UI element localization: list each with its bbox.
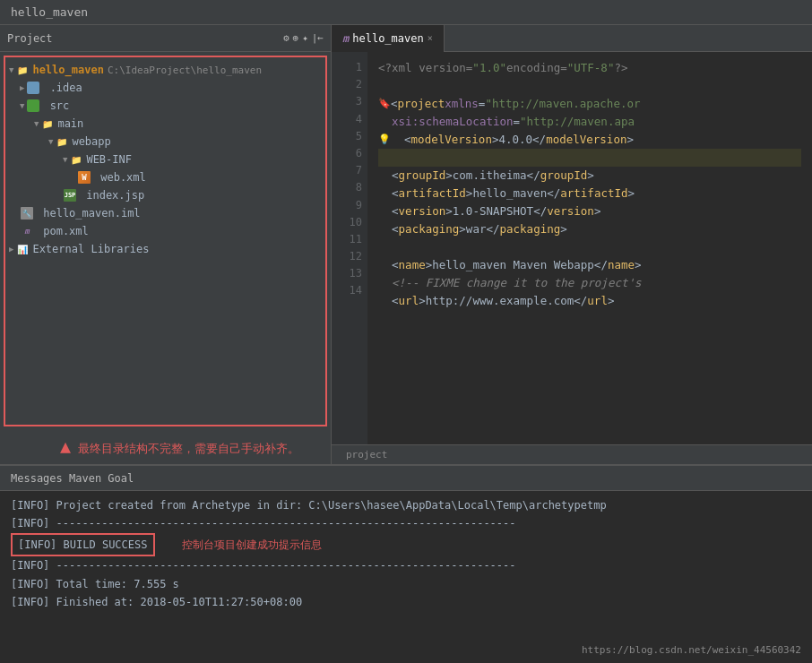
panel-header-right: ⚙ ⊕ ✦ |← (283, 32, 324, 44)
editor-footer: project (332, 444, 812, 464)
main-layout: Project ⚙ ⊕ ✦ |← ▼ 📁 hello_maven C:\Idea… (0, 25, 812, 464)
title-bar: hello_maven (0, 0, 812, 25)
footer-project-tab[interactable]: project (339, 449, 394, 461)
console-text-2: [INFO] ---------------------------------… (11, 514, 516, 532)
watermark: https://blog.csdn.net/weixin_44560342 (582, 644, 801, 656)
build-success-annotation: 控制台项目创建成功提示信息 (182, 536, 322, 554)
code-line-4: xsi:schemaLocation="http://maven.apa (378, 113, 801, 131)
code-line-6 (378, 149, 801, 167)
console-content: [INFO] Project created from Archetype in… (0, 491, 812, 661)
code-area: 1 2 3 4 5 6 7 8 9 10 11 12 13 14 <?xml v… (332, 52, 812, 444)
tree-item-src[interactable]: ▼ src (5, 97, 325, 115)
tree-item-iml[interactable]: 🔧 hello_maven.iml (5, 204, 325, 222)
pom-label: pom.xml (37, 225, 89, 237)
src-label: src (43, 99, 69, 112)
console-line-6: [INFO] Finished at: 2018-05-10T11:27:50+… (11, 593, 801, 611)
console-line-3: [INFO] BUILD SUCCESS 控制台项目创建成功提示信息 (11, 533, 801, 556)
extlibs-icon: 📊 (15, 242, 30, 256)
tree-item-main[interactable]: ▼ 📁 main (5, 115, 325, 133)
folder-icon: 📁 (15, 63, 30, 77)
webinf-label: WEB-INF (86, 153, 132, 166)
console-line-1: [INFO] Project created from Archetype in… (11, 496, 801, 514)
pom-icon: m (20, 224, 34, 238)
panel-header-left: Project (7, 32, 53, 45)
title-text: hello_maven (11, 5, 88, 19)
console-text-6: [INFO] Finished at: 2018-05-10T11:27:50+… (11, 593, 302, 611)
expand-arrow: ▼ (9, 65, 13, 74)
tab-close-icon[interactable]: × (428, 33, 433, 43)
console-text-1: [INFO] Project created from Archetype in… (11, 496, 607, 514)
webapp-label: webapp (72, 135, 110, 148)
tab-m-icon: m (342, 32, 349, 45)
code-content: <?xml version="1.0" encoding="UTF-8"?> 🔖… (367, 52, 812, 444)
tree-item-webxml[interactable]: W web.xml (5, 168, 325, 186)
code-line-7: <groupId>com.itheima</groupId> (378, 167, 801, 185)
collapse-arrow: ▶ (20, 83, 24, 92)
code-line-10: <packaging>war</packaging> (378, 220, 801, 238)
code-line-3: 🔖 <project xmlns="http://maven.apache.or (378, 95, 801, 113)
collapse-icon[interactable]: |← (312, 32, 324, 44)
iml-label: hello_maven.iml (37, 207, 141, 220)
webapp-folder-icon: 📁 (55, 134, 69, 149)
tree-item-webapp[interactable]: ▼ 📁 webapp (5, 133, 325, 151)
panel-header: Project ⚙ ⊕ ✦ |← (0, 25, 331, 52)
code-line-2 (378, 77, 801, 95)
webxml-label: web.xml (94, 171, 146, 184)
jsp-icon: JSP (63, 188, 77, 202)
console-line-4: [INFO] ---------------------------------… (11, 556, 801, 574)
expand-arrow-main: ▼ (34, 119, 39, 128)
tree-item-webinf[interactable]: ▼ 📁 WEB-INF (5, 151, 325, 168)
tree-item-indexjsp[interactable]: JSP index.jsp (5, 186, 325, 204)
console-line-5: [INFO] Total time: 7.555 s (11, 575, 801, 593)
code-line-11 (378, 238, 801, 256)
expand-arrow-webinf: ▼ (63, 155, 67, 164)
console-text-4: [INFO] ---------------------------------… (11, 556, 516, 574)
main-folder-icon: 📁 (40, 116, 55, 131)
webxml-icon: W (77, 170, 91, 185)
bottom-panel: Messages Maven Goal [INFO] Project creat… (0, 464, 812, 661)
indexjsp-label: index.jsp (80, 189, 144, 202)
console-line-2: [INFO] ---------------------------------… (11, 514, 801, 532)
annotation-area: ▲ 最终目录结构不完整，需要自己手动补齐。 (0, 430, 331, 464)
code-line-8: <artifactId>hello_maven</artifactId> (378, 185, 801, 202)
console-header: Messages Maven Goal (0, 466, 812, 491)
code-line-12: <name>hello_maven Maven Webapp</name> (378, 256, 801, 274)
build-success-badge: [INFO] BUILD SUCCESS (11, 533, 155, 556)
left-panel: Project ⚙ ⊕ ✦ |← ▼ 📁 hello_maven C:\Idea… (0, 25, 332, 464)
main-label: main (57, 117, 83, 130)
project-label: Project (7, 32, 53, 45)
annotation-arrow-up: ▲ (60, 437, 71, 455)
code-line-5: 💡 <modelVersion>4.0.0</modelVersion> (378, 131, 801, 149)
src-folder-icon (26, 99, 40, 113)
annotation-text: 最终目录结构不完整，需要自己手动补齐。 (78, 441, 299, 457)
right-panel: m hello_maven × 1 2 3 4 5 6 7 8 9 10 11 … (332, 25, 812, 464)
tree-item-extlibs[interactable]: ▶ 📊 External Libraries (5, 240, 325, 258)
console-text-5: [INFO] Total time: 7.555 s (11, 575, 179, 593)
tab-label: hello_maven (352, 32, 423, 45)
tree-item-idea[interactable]: ▶ .idea (5, 79, 325, 97)
code-line-14: <url>http://www.example.com</url> (378, 292, 801, 310)
tree-item-pom[interactable]: m pom.xml (5, 222, 325, 240)
collapse-arrow-extlibs: ▶ (9, 245, 13, 254)
code-line-1: <?xml version="1.0" encoding="UTF-8"?> (378, 59, 801, 77)
webinf-folder-icon: 📁 (69, 152, 83, 167)
editor-tabs: m hello_maven × (332, 25, 812, 52)
root-path: C:\IdeaProject\hello_maven (108, 65, 262, 76)
tab-pom[interactable]: m hello_maven × (332, 25, 445, 52)
expand-arrow-webapp: ▼ (48, 137, 53, 146)
tree-item-root[interactable]: ▼ 📁 hello_maven C:\IdeaProject\hello_mav… (5, 61, 325, 79)
root-label: hello_maven (32, 64, 103, 76)
idea-label: .idea (43, 82, 82, 94)
file-tree: ▼ 📁 hello_maven C:\IdeaProject\hello_mav… (4, 56, 327, 426)
console-title: Messages Maven Goal (11, 472, 134, 485)
line-numbers: 1 2 3 4 5 6 7 8 9 10 11 12 13 14 (332, 52, 367, 444)
code-line-9: <version>1.0-SNAPSHOT</version> (378, 202, 801, 220)
iml-icon: 🔧 (20, 206, 34, 220)
code-line-13: <!-- FIXME change it to the project's (378, 274, 801, 292)
expand-icon[interactable]: ⊕ (293, 32, 299, 44)
expand-arrow-src: ▼ (20, 101, 24, 110)
gear-icon[interactable]: ✦ (302, 32, 308, 44)
idea-folder-icon (26, 81, 40, 95)
settings-icon[interactable]: ⚙ (283, 32, 289, 44)
extlibs-label: External Libraries (32, 243, 149, 255)
